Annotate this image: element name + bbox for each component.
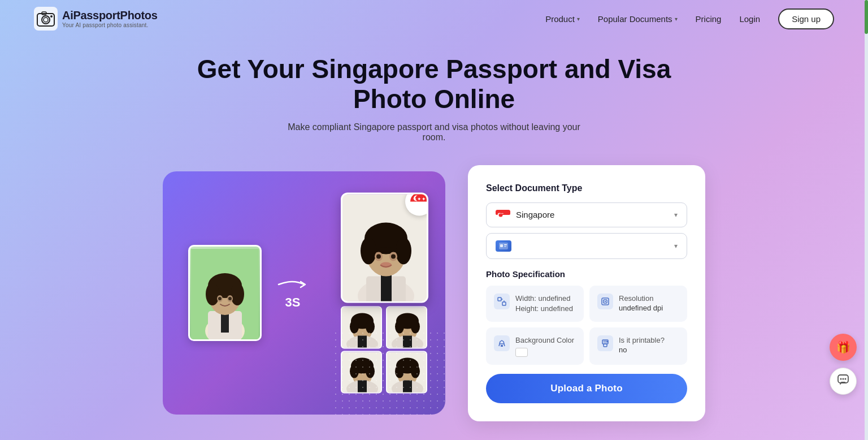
illustration-panel: 3S ✦✦✦ xyxy=(163,171,445,415)
brand-tagline: Your AI passport photo assistant. xyxy=(62,22,158,28)
navbar: AiPassportPhotos Your AI passport photo … xyxy=(0,0,868,37)
spec-card-bgcolor: Background Color xyxy=(486,327,584,364)
svg-point-13 xyxy=(231,283,244,305)
svg-rect-41 xyxy=(358,336,367,349)
spec-printable-label: Is it printable? xyxy=(619,335,679,346)
svg-rect-72 xyxy=(498,297,501,301)
login-button[interactable]: Login xyxy=(739,14,760,24)
form-panel: Select Document Type ✦✦✦ Singapore ▾ xyxy=(468,165,705,421)
svg-point-50 xyxy=(352,361,372,386)
spec-resolution-value: undefined dpi xyxy=(619,304,679,312)
logo-camera-icon xyxy=(34,7,58,31)
svg-point-47 xyxy=(392,336,423,349)
svg-rect-49 xyxy=(342,352,382,394)
spec-card-size-content: Width: undefinedHeight: undefined xyxy=(515,294,576,314)
signup-button[interactable]: Sign up xyxy=(778,8,834,29)
photo-small-3 xyxy=(341,351,382,394)
side-buttons: 🎁 xyxy=(830,334,857,395)
document-type-left xyxy=(496,240,511,252)
svg-point-17 xyxy=(228,297,232,300)
print-icon xyxy=(597,335,613,351)
svg-rect-62 xyxy=(403,381,412,394)
scrollbar-thumb[interactable] xyxy=(865,0,868,34)
popular-documents-caret-icon: ▾ xyxy=(675,16,678,22)
svg-point-59 xyxy=(395,365,404,378)
svg-text:✦✦✦: ✦✦✦ xyxy=(413,196,426,202)
spec-size-label: Width: undefinedHeight: undefined xyxy=(515,294,576,314)
svg-point-83 xyxy=(843,378,844,379)
arrow-icon xyxy=(276,276,310,293)
svg-point-84 xyxy=(845,378,847,379)
svg-point-57 xyxy=(397,361,418,386)
spec-card-bgcolor-content: Background Color xyxy=(515,335,576,356)
svg-point-52 xyxy=(350,365,359,378)
spec-section-title: Photo Specification xyxy=(486,269,687,279)
svg-rect-55 xyxy=(358,381,367,394)
photo-grid xyxy=(341,307,428,394)
nav-links: Product ▾ Popular Documents ▾ Pricing Lo… xyxy=(545,8,834,29)
spec-bgcolor-label: Background Color xyxy=(515,335,576,346)
doc-type-caret-icon: ▾ xyxy=(674,242,678,250)
gift-icon: 🎁 xyxy=(836,340,850,354)
spec-card-resolution-content: Resolution undefined dpi xyxy=(619,294,679,312)
svg-point-12 xyxy=(206,283,219,305)
photo-after-main: ✦✦✦ xyxy=(341,193,428,303)
document-type-dropdown[interactable]: ▾ xyxy=(486,233,687,259)
form-title: Select Document Type xyxy=(486,183,687,193)
svg-point-61 xyxy=(392,381,423,394)
logo-text-group: AiPassportPhotos Your AI passport photo … xyxy=(62,9,158,28)
spec-card-size: Width: undefinedHeight: undefined xyxy=(486,286,584,322)
resolution-icon xyxy=(597,294,613,309)
country-caret-icon: ▾ xyxy=(674,211,678,219)
photo-small-1 xyxy=(341,307,382,349)
upload-photo-button[interactable]: Upload a Photo xyxy=(486,374,687,403)
svg-rect-56 xyxy=(387,352,427,394)
svg-rect-25 xyxy=(381,275,392,303)
svg-point-28 xyxy=(361,238,376,265)
resize-icon xyxy=(494,294,510,309)
svg-rect-76 xyxy=(605,301,606,302)
nav-pricing[interactable]: Pricing xyxy=(696,14,722,24)
spec-resolution-label: Resolution xyxy=(619,294,679,304)
arrow-area: 3S xyxy=(276,276,310,310)
spec-grid: Width: undefinedHeight: undefined Resolu… xyxy=(486,286,687,365)
svg-point-80 xyxy=(607,341,609,343)
chat-button[interactable] xyxy=(830,368,857,395)
svg-point-39 xyxy=(366,320,375,334)
nav-product[interactable]: Product ▾ xyxy=(545,14,580,24)
nav-popular-documents[interactable]: Popular Documents ▾ xyxy=(598,14,678,24)
svg-rect-70 xyxy=(504,244,507,245)
svg-point-38 xyxy=(350,320,359,334)
photo-small-2 xyxy=(386,307,427,349)
spec-card-resolution: Resolution undefined dpi xyxy=(589,286,687,322)
gift-button[interactable]: 🎁 xyxy=(830,334,857,361)
chat-icon xyxy=(837,374,849,389)
svg-text:✦✦✦: ✦✦✦ xyxy=(498,212,504,215)
spec-card-printable-content: Is it printable? no xyxy=(619,335,679,354)
logo[interactable]: AiPassportPhotos Your AI passport photo … xyxy=(34,7,158,31)
photo-before xyxy=(188,245,262,341)
singapore-flag-icon: ✦✦✦ xyxy=(496,210,510,220)
color-swatch xyxy=(515,348,528,357)
svg-point-82 xyxy=(840,378,842,379)
spec-printable-value: no xyxy=(619,346,679,354)
product-caret-icon: ▾ xyxy=(577,16,580,22)
nav-pricing-label: Pricing xyxy=(696,14,722,24)
scrollbar-track xyxy=(865,0,868,440)
svg-rect-77 xyxy=(501,345,503,347)
svg-point-51 xyxy=(351,358,374,374)
photo-after-group: ✦✦✦ xyxy=(341,193,428,394)
document-type-icon xyxy=(496,240,511,252)
svg-point-5 xyxy=(50,15,53,18)
svg-point-60 xyxy=(411,365,420,378)
svg-rect-73 xyxy=(502,302,506,305)
svg-point-32 xyxy=(376,254,381,259)
svg-rect-71 xyxy=(504,246,506,247)
timer-label: 3S xyxy=(285,295,301,310)
svg-rect-69 xyxy=(500,244,503,247)
svg-point-33 xyxy=(391,254,396,259)
country-dropdown[interactable]: ✦✦✦ Singapore ▾ xyxy=(486,202,687,227)
svg-point-46 xyxy=(411,320,420,334)
hero-subtitle: Make compliant Singapore passport and vi… xyxy=(276,122,592,143)
country-dropdown-left: ✦✦✦ Singapore xyxy=(496,210,554,220)
